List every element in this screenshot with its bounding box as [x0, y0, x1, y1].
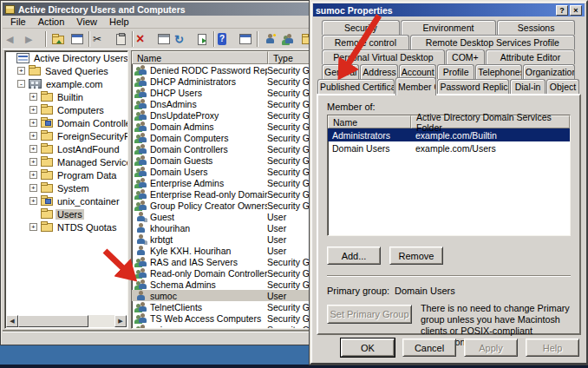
expand-toggle[interactable]: + [29, 93, 37, 101]
tree-item[interactable]: + LostAndFound [5, 142, 127, 155]
tab-profile[interactable]: Profile [437, 64, 474, 79]
list-item[interactable]: Denied RODC Password Replicatio... Secur… [132, 64, 310, 76]
paste-icon[interactable] [111, 30, 130, 48]
list-item[interactable]: Enterprise Admins Security Group [132, 177, 310, 188]
list-item[interactable]: TelnetClients Security Group [132, 301, 310, 312]
list-item[interactable]: DnsAdmins Security Group [132, 98, 310, 109]
list-item[interactable]: sumoc User [132, 290, 310, 301]
list-item[interactable]: Domain Users Security Group [132, 166, 310, 177]
expand-toggle[interactable]: + [29, 106, 37, 114]
expand-toggle[interactable]: + [29, 158, 37, 166]
list-item[interactable]: Domain Admins Security Group [132, 121, 310, 132]
help-icon[interactable]: ? [217, 30, 236, 48]
tab-password-replication[interactable]: Password Replication [437, 79, 509, 94]
tab-personal-virtual-desktop[interactable]: Personal Virtual Desktop [322, 49, 445, 64]
list-item[interactable]: DnsUpdateProxy Security Group [132, 109, 310, 121]
menu-file[interactable]: File [5, 16, 31, 28]
list-item[interactable]: khourihan User [132, 222, 310, 233]
add-button[interactable]: Add... [327, 246, 381, 265]
list-item[interactable]: TS Web Access Computers Security Group [132, 312, 310, 324]
expand-toggle[interactable]: + [29, 223, 37, 231]
tree-item[interactable]: Users [5, 207, 127, 220]
list-item[interactable]: Schema Admins Security Group [132, 279, 310, 290]
expand-toggle[interactable]: + [29, 184, 37, 192]
show-console-tree-icon[interactable] [68, 30, 87, 48]
tree-item[interactable]: + Domain Controllers [5, 116, 127, 129]
cut-icon[interactable]: ✂ [92, 30, 111, 48]
tab-sessions[interactable]: Sessions [497, 20, 575, 35]
help-button[interactable]: Help [526, 338, 579, 357]
menu-help[interactable]: Help [104, 16, 134, 28]
tree-item[interactable]: + Computers [5, 103, 127, 116]
tab-remote-control[interactable]: Remote control [322, 35, 409, 49]
tree-item[interactable]: + NTDS Quotas [5, 220, 127, 233]
list-item[interactable]: Domain Computers Security Group [132, 132, 310, 143]
list-item[interactable]: krbtgt User [132, 233, 310, 245]
menu-action[interactable]: Action [33, 16, 70, 28]
scroll-left-button[interactable]: ◀ [6, 315, 18, 327]
expand-toggle[interactable]: + [29, 171, 37, 179]
list-item[interactable]: Domain Guests Security Group [132, 154, 310, 166]
list-item[interactable]: Kyle KXH. Hourihan User [132, 245, 310, 256]
tab-member-of[interactable]: Member Of [395, 77, 436, 95]
aduc-titlebar[interactable]: Active Directory Users and Computers [3, 3, 312, 16]
apply-button[interactable]: Apply [464, 338, 518, 357]
list-item[interactable]: DHCP Administrators Security Group [132, 76, 310, 87]
up-one-level-icon[interactable] [49, 30, 68, 48]
tree-item[interactable]: - example.com [5, 77, 127, 90]
list-item[interactable]: Group Policy Creator Owners Security Gro… [132, 200, 310, 211]
tree-item[interactable]: + ForeignSecurityPrincipals [5, 129, 127, 142]
forward-icon[interactable]: ▶ [24, 30, 43, 48]
tab-com-plus[interactable]: COM+ [446, 49, 485, 64]
scroll-right-button[interactable]: ▶ [114, 315, 127, 327]
context-help-button[interactable]: ? [556, 5, 568, 16]
tab-general[interactable]: General [322, 64, 359, 79]
tab-telephones[interactable]: Telephones [475, 64, 521, 79]
tree-item[interactable]: + Saved Queries [5, 64, 127, 77]
column-header-name[interactable]: Name [328, 115, 411, 128]
set-primary-group-button[interactable]: Set Primary Group [327, 305, 412, 324]
tab-attribute-editor[interactable]: Attribute Editor [486, 49, 575, 64]
expand-toggle[interactable]: + [17, 67, 25, 75]
menu-view[interactable]: View [71, 16, 102, 28]
expand-toggle[interactable]: + [29, 119, 37, 127]
tab-organization[interactable]: Organization [523, 64, 575, 79]
new-user-icon[interactable] [260, 30, 279, 48]
tab-address[interactable]: Address [360, 64, 397, 79]
export-list-icon[interactable] [193, 30, 212, 48]
dialog-titlebar[interactable]: sumoc Properties ? × [313, 3, 585, 16]
properties-icon[interactable] [154, 30, 173, 48]
expand-toggle[interactable]: + [29, 132, 37, 140]
list-item[interactable]: Enterprise Read-only Domain Cont... Secu… [132, 188, 310, 200]
tab-published-certificates[interactable]: Published Certificates [317, 79, 395, 94]
expand-toggle[interactable]: + [29, 197, 37, 205]
column-header-name[interactable]: Name [132, 51, 268, 64]
back-icon[interactable]: ◀ [5, 30, 24, 48]
tab-remote-desktop-services-profile[interactable]: Remote Desktop Services Profile [410, 35, 575, 49]
list-item[interactable]: Domain Controllers Security Group [132, 143, 310, 154]
member-of-row[interactable]: Administrators example.com/Builtin [328, 128, 570, 141]
tab-object[interactable]: Object [546, 79, 579, 94]
tree-item[interactable]: + System [5, 181, 127, 194]
scroll-thumb[interactable] [18, 315, 88, 327]
list-item[interactable]: DHCP Users Security Group [132, 87, 310, 98]
close-button[interactable]: × [570, 5, 582, 16]
refresh-icon[interactable]: ↻ [173, 30, 193, 48]
list-item[interactable]: RAS and IAS Servers Security Group [132, 256, 310, 267]
list-item[interactable]: unix_users Security Group [132, 324, 310, 329]
remove-button[interactable]: Remove [389, 246, 443, 265]
member-of-row[interactable]: Domain Users example.com/Users [328, 141, 570, 154]
ok-button[interactable]: OK [341, 338, 395, 357]
tree-item[interactable]: + unix_container [5, 194, 127, 207]
cancel-button[interactable]: Cancel [402, 338, 456, 357]
tab-environment[interactable]: Environment [401, 20, 497, 35]
expand-toggle[interactable]: + [29, 145, 37, 153]
delete-icon[interactable]: × [135, 30, 154, 48]
list-item[interactable]: Read-only Domain Controllers Security Gr… [132, 267, 310, 279]
column-header-type[interactable]: Type [268, 51, 310, 64]
column-header-folder[interactable]: Active Directory Domain Services Folder [411, 115, 570, 128]
tab-dial-in[interactable]: Dial-in [510, 79, 546, 94]
action-pane-icon[interactable] [236, 30, 255, 48]
new-group-icon[interactable] [279, 30, 298, 48]
tab-security[interactable]: Security [322, 20, 400, 35]
